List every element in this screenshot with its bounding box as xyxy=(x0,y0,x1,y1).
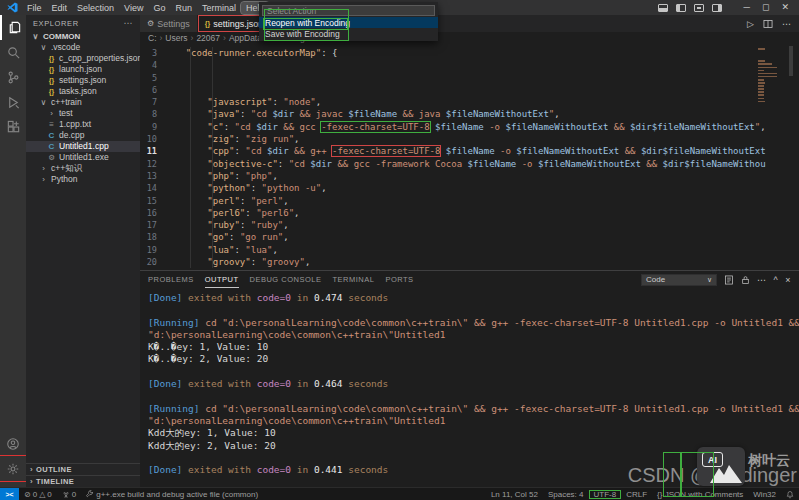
build-task-status[interactable]: g++.exe build and debug active file (com… xyxy=(81,490,263,499)
menu-run[interactable]: Run xyxy=(170,2,197,14)
breadcrumb-item[interactable]: AppData xyxy=(229,33,262,43)
code-token: , xyxy=(272,245,277,255)
toggle-secondary-panel-icon[interactable] xyxy=(694,4,704,12)
code-token: && java xyxy=(397,109,446,119)
run-debug-icon[interactable] xyxy=(0,90,26,115)
open-log-file-icon[interactable] xyxy=(724,275,734,285)
code-line-text xyxy=(164,59,799,71)
panel-tab-problems[interactable]: PROBLEMS xyxy=(148,271,194,288)
line-number: 17 xyxy=(140,219,164,231)
menu-go[interactable]: Go xyxy=(148,2,170,14)
breadcrumb-item[interactable]: 22067 xyxy=(196,33,220,43)
panel-tab-output[interactable]: OUTPUT xyxy=(205,271,239,288)
minimap[interactable] xyxy=(758,47,779,104)
tree-item-c_cpp_properties-json[interactable]: {}c_cpp_properties.json xyxy=(26,53,140,64)
tree-item-1-cpp-txt[interactable]: ≡1.cpp.txt xyxy=(26,119,140,130)
more-actions-icon[interactable]: ⋯ xyxy=(782,19,791,29)
timeline-section[interactable]: ›TIMELINE xyxy=(26,475,140,487)
code-token: $fileName xyxy=(468,159,517,169)
minimap-line xyxy=(758,101,765,103)
tree-item-settings-json[interactable]: {}settings.json xyxy=(26,75,140,86)
panel-tab-ports[interactable]: PORTS xyxy=(385,271,413,288)
tree-item-c-[interactable]: ›c++知识 xyxy=(26,163,140,174)
code-line-text: "c": "cd $dir && gcc -fexec-charset=UTF-… xyxy=(164,121,799,133)
toggle-panel-icon[interactable] xyxy=(658,4,668,12)
output-token: in xyxy=(291,464,314,475)
problems-status[interactable]: ⊘0 △0 xyxy=(19,490,57,499)
language-mode-status[interactable]: {} JSON with Comments xyxy=(652,490,748,499)
panel-close-icon[interactable]: × xyxy=(785,275,791,285)
cursor-position[interactable]: Ln 11, Col 52 xyxy=(486,490,543,499)
ports-status[interactable]: 0 xyxy=(57,490,81,499)
tree-item-common[interactable]: ∨COMMON xyxy=(26,31,140,42)
menu-selection[interactable]: Selection xyxy=(72,2,119,14)
menu-file[interactable]: File xyxy=(22,2,47,14)
breadcrumb[interactable]: C:›Users›22067›AppData›Roaming xyxy=(140,32,799,44)
panel-more-icon[interactable]: ⋯ xyxy=(757,275,767,285)
panel-maximize-icon[interactable]: ^ xyxy=(774,275,779,285)
panel-tab-terminal[interactable]: TERMINAL xyxy=(332,271,374,288)
settings-gear-icon[interactable] xyxy=(0,456,26,481)
quick-pick-option[interactable]: Reopen with Encoding xyxy=(259,17,438,28)
code-line-11: 11 "cpp": "cd $dir && g++ -fexec-charset… xyxy=(140,145,799,157)
code-token: -o xyxy=(495,146,517,156)
account-icon[interactable] xyxy=(0,431,26,456)
tree-item-python[interactable]: ›Python xyxy=(26,174,140,185)
menu-terminal[interactable]: Terminal xyxy=(197,2,241,14)
explorer-icon[interactable] xyxy=(0,15,26,40)
quick-pick-option[interactable]: Save with Encoding xyxy=(259,28,438,39)
outline-section[interactable]: ›OUTLINE xyxy=(26,463,140,475)
encoding-status[interactable]: UTF-8 xyxy=(589,490,622,499)
tree-item-test[interactable]: ›test xyxy=(26,108,140,119)
menu-edit[interactable]: Edit xyxy=(47,2,73,14)
output-token: in xyxy=(291,292,314,303)
minimap-line xyxy=(758,70,764,72)
maximize-button[interactable]: ◻ xyxy=(762,3,769,12)
code-token: : xyxy=(234,146,245,156)
explorer-title: EXPLORER xyxy=(33,19,79,28)
notifications-bell[interactable] xyxy=(781,490,799,499)
indentation-status[interactable]: Spaces: 4 xyxy=(543,490,589,499)
run-code-button[interactable]: ▷ xyxy=(747,19,754,29)
tree-item-launch-json[interactable]: {}launch.json xyxy=(26,64,140,75)
close-button[interactable]: ✕ xyxy=(781,3,789,12)
code-token: $fileNameWithoutExt xyxy=(538,159,641,169)
breadcrumb-item[interactable]: C: xyxy=(148,33,157,43)
breadcrumb-item[interactable]: Users xyxy=(165,33,187,43)
quick-pick-input[interactable]: Select Action xyxy=(262,5,435,16)
editor-scrollbar[interactable] xyxy=(789,46,793,76)
tree-item-de-cpp[interactable]: Cde.cpp xyxy=(26,130,140,141)
toggle-sidebar-icon[interactable] xyxy=(676,4,686,12)
minimize-button[interactable]: ─ xyxy=(744,3,750,12)
menu-view[interactable]: View xyxy=(119,2,148,14)
tab-settings[interactable]: ⚙Settings xyxy=(140,15,198,32)
source-control-icon[interactable] xyxy=(0,65,26,90)
explorer-more-icon[interactable]: ⋯ xyxy=(123,18,133,28)
tree-item-untitled1-cpp[interactable]: CUntitled1.cpp xyxy=(26,141,140,152)
search-icon[interactable] xyxy=(0,40,26,65)
tree-item-untitled1-exe[interactable]: ⚙Untitled1.exe xyxy=(26,152,140,163)
split-editor-icon[interactable] xyxy=(763,19,773,29)
code-token: && g++ xyxy=(289,146,332,156)
remote-indicator[interactable]: >< xyxy=(0,488,19,500)
eol-status[interactable]: CRLF xyxy=(621,490,652,499)
tree-item--vscode[interactable]: ∨.vscode xyxy=(26,42,140,53)
minimap-line xyxy=(758,85,764,87)
code-token xyxy=(164,245,207,255)
code-editor[interactable]: 3 "code-runner.executorMap": {4567 "java… xyxy=(140,44,799,270)
code-token: , xyxy=(554,109,559,119)
lock-scroll-icon[interactable] xyxy=(741,275,750,285)
platform-status[interactable]: Win32 xyxy=(748,490,781,499)
tree-item-c-train[interactable]: ∨c++train xyxy=(26,97,140,108)
output-line: "d:\personalLearning\code\common\c++trai… xyxy=(148,329,799,341)
output-channel-select[interactable]: Code∨ xyxy=(641,274,717,286)
customize-layout-icon[interactable] xyxy=(712,4,722,12)
code-token: -o xyxy=(484,122,506,132)
code-token: "perl6" xyxy=(256,208,294,218)
output-token: Kdd大的ey: 2, Value: 20 xyxy=(148,440,276,451)
extensions-icon[interactable] xyxy=(0,115,26,140)
code-line-18: 18 "go": "go run", xyxy=(140,231,799,243)
code-token: $fileName xyxy=(348,109,397,119)
panel-tab-debug-console[interactable]: DEBUG CONSOLE xyxy=(250,271,322,288)
tree-item-tasks-json[interactable]: {}tasks.json xyxy=(26,86,140,97)
